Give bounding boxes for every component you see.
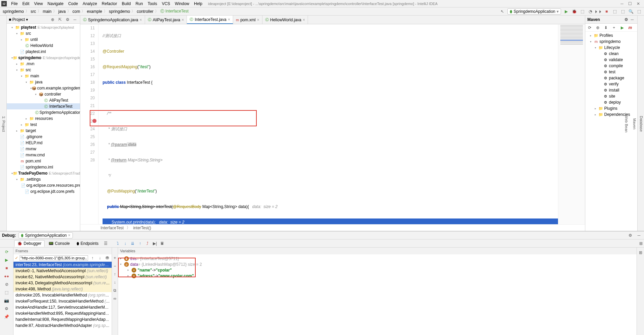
- hide-icon[interactable]: ─: [629, 17, 635, 23]
- menu-navigate[interactable]: Navigate: [45, 1, 66, 6]
- close-icon[interactable]: ×: [140, 18, 142, 22]
- menu-vcs[interactable]: VCS: [160, 1, 173, 6]
- camera-icon[interactable]: 📷: [4, 298, 10, 304]
- frame-row[interactable]: invokeAndHandle:117, ServletInvocableHan…: [13, 304, 112, 310]
- bc-controller[interactable]: controller: [136, 9, 154, 14]
- copy-watch-icon[interactable]: ⧉: [112, 287, 118, 293]
- next-frame-icon[interactable]: ↓: [97, 255, 103, 261]
- frame-row[interactable]: doInvoke:205, InvocableHandlerMethod (or…: [13, 292, 112, 298]
- mute-bp-icon[interactable]: ⊘: [4, 281, 10, 287]
- editor[interactable]: 11 12 13 14 15 16 17 18 19 20 21 22 23 2…: [80, 24, 585, 224]
- menu-analyze[interactable]: Analyze: [80, 1, 100, 6]
- menu-build[interactable]: Build: [119, 1, 133, 6]
- thread-selector[interactable]: [20, 255, 88, 261]
- frame-row[interactable]: invoke:62, NativeMethodAccessorImpl (sun…: [13, 274, 112, 280]
- up-watch-icon[interactable]: ↑: [112, 271, 118, 277]
- bc-springdemo[interactable]: springdemo: [2, 9, 25, 14]
- run-button[interactable]: ▶: [563, 8, 569, 15]
- run-to-cursor-icon[interactable]: ▶|: [152, 240, 158, 247]
- frames-list[interactable]: interTest:23, InterfaceTest (com.example…: [13, 262, 112, 335]
- frame-row[interactable]: invoke:498, Method (java.lang.reflect): [13, 286, 112, 292]
- frame-row[interactable]: interTest:23, InterfaceTest (com.example…: [13, 262, 112, 268]
- frame-row[interactable]: invokeForRequest:150, InvocableHandlerMe…: [13, 298, 112, 304]
- maven-tree[interactable]: ▸📁Profiles ▾mspringdemo ▾📁Lifecycle ⚙cle…: [585, 32, 637, 231]
- layout-icon[interactable]: ⊞: [638, 240, 644, 247]
- menu-file[interactable]: File: [9, 1, 20, 6]
- console-subtab[interactable]: 📟 Console: [46, 240, 73, 247]
- menu-code[interactable]: Code: [66, 1, 80, 6]
- menu-run[interactable]: Run: [133, 1, 145, 6]
- attach-button[interactable]: ⏵⏵: [595, 8, 601, 15]
- frame-row[interactable]: invoke:43, DelegatingMethodAccessorImpl …: [13, 280, 112, 286]
- close-icon[interactable]: ×: [257, 18, 259, 22]
- menu-tools[interactable]: Tools: [145, 1, 160, 6]
- search-everywhere-button[interactable]: 🔍: [628, 8, 634, 15]
- bc-springdemo2[interactable]: springdemo: [108, 9, 131, 14]
- editor-breadcrumbs[interactable]: InterfaceTest〉interTest(): [80, 224, 585, 231]
- maven-tool-tab[interactable]: Maven: [632, 116, 637, 131]
- pin-icon[interactable]: 📌: [4, 314, 10, 320]
- generate-icon[interactable]: ⊕: [595, 25, 601, 31]
- menu-help[interactable]: Help: [192, 1, 205, 6]
- tab-alipaytest[interactable]: ⒸAliPayTest.java×: [145, 16, 187, 24]
- variables-tree[interactable]: ▸⬮this = {InterfaceTest@5711} ▾pdata = {…: [118, 254, 637, 335]
- close-icon[interactable]: ×: [303, 18, 305, 22]
- hide-icon[interactable]: ─: [636, 232, 642, 238]
- settings-icon[interactable]: ⚙: [64, 17, 71, 23]
- build-button[interactable]: ↖: [499, 8, 505, 15]
- endpoints-subtab[interactable]: ⬮ Endpoints: [74, 240, 101, 247]
- code-area[interactable]: //测试接口 @Controller @RequestMapping("/tes…: [99, 24, 558, 224]
- remove-watch-icon[interactable]: −: [112, 263, 118, 269]
- link-watch-icon[interactable]: ∞: [112, 295, 118, 302]
- layout-icon[interactable]: ⊞: [638, 250, 644, 256]
- drop-fr_icon[interactable]: ⤴: [144, 240, 150, 247]
- evaluate-icon[interactable]: 🖩: [159, 240, 165, 247]
- close-button[interactable]: ✕: [637, 1, 640, 6]
- maven-m-icon[interactable]: m: [627, 25, 633, 31]
- menu-edit[interactable]: Edit: [20, 1, 32, 6]
- maximize-button[interactable]: ☐: [628, 1, 632, 6]
- scroll-from-source-icon[interactable]: ⊕: [50, 17, 56, 23]
- tab-springdemoapp[interactable]: ⒸSpringdemoApplication.java×: [80, 16, 145, 24]
- add-icon[interactable]: +: [611, 25, 617, 31]
- bc-java[interactable]: java: [58, 9, 66, 14]
- step-out-icon[interactable]: ↑: [137, 240, 143, 247]
- rerun-icon[interactable]: ⟳: [4, 249, 10, 255]
- bean-tool-tab[interactable]: Web Bean: [624, 113, 629, 134]
- bc-com[interactable]: com: [72, 9, 81, 14]
- step-into-icon[interactable]: ↓: [122, 240, 128, 247]
- bc-example[interactable]: example: [86, 9, 103, 14]
- gutter[interactable]: 11 12 13 14 15 16 17 18 19 20 21 22 23 2…: [80, 24, 99, 224]
- tab-helloworld[interactable]: ⒸHellowWorld.java×: [262, 16, 308, 24]
- tab-pomxml[interactable]: mpom.xml×: [233, 16, 262, 24]
- debug-button[interactable]: 🐞: [571, 8, 577, 15]
- database-tool-tab[interactable]: Database: [639, 114, 644, 134]
- frame-row[interactable]: invokeHandlerMethod:895, RequestMappingH…: [13, 310, 112, 316]
- tree-interfacetest[interactable]: ⒸInterfaceTest: [7, 103, 80, 109]
- filter-icon[interactable]: ⛃: [104, 255, 110, 261]
- bc-class[interactable]: Ⓒ InterfaceTest: [160, 8, 189, 14]
- menu-refactor[interactable]: Refactor: [100, 1, 119, 6]
- stop-button[interactable]: ■: [604, 8, 610, 15]
- close-icon[interactable]: ×: [181, 18, 184, 22]
- down-watch-icon[interactable]: ↓: [112, 279, 118, 285]
- ide-scripting-button[interactable]: ⬚: [636, 8, 642, 15]
- debugger-subtab[interactable]: 🐞 Debugger: [14, 240, 45, 247]
- close-icon[interactable]: ×: [228, 17, 230, 22]
- breakpoints-icon[interactable]: ●●: [4, 273, 10, 279]
- thread-dump-icon[interactable]: ☰: [103, 240, 109, 247]
- prev-frame-icon[interactable]: ↑: [89, 255, 95, 261]
- tab-interfacetest[interactable]: ⒸInterfaceTest.java×: [187, 16, 233, 24]
- git-commit-button[interactable]: ⬚: [620, 8, 626, 15]
- breakpoint-icon[interactable]: [92, 119, 96, 123]
- frame-row[interactable]: invoke0:-1, NativeMethodAccessorImpl (su…: [13, 268, 112, 274]
- minimize-button[interactable]: ─: [620, 1, 623, 6]
- bc-src[interactable]: src: [30, 9, 37, 14]
- minimap[interactable]: [558, 24, 585, 224]
- git-update-button[interactable]: ⬚: [612, 8, 618, 15]
- step-over-icon[interactable]: ⤵: [115, 240, 121, 247]
- gear-icon[interactable]: ⚙: [623, 17, 629, 23]
- bc-main[interactable]: main: [42, 9, 52, 14]
- run-maven-icon[interactable]: ▶: [619, 25, 625, 31]
- profile-button[interactable]: ◔: [587, 8, 593, 15]
